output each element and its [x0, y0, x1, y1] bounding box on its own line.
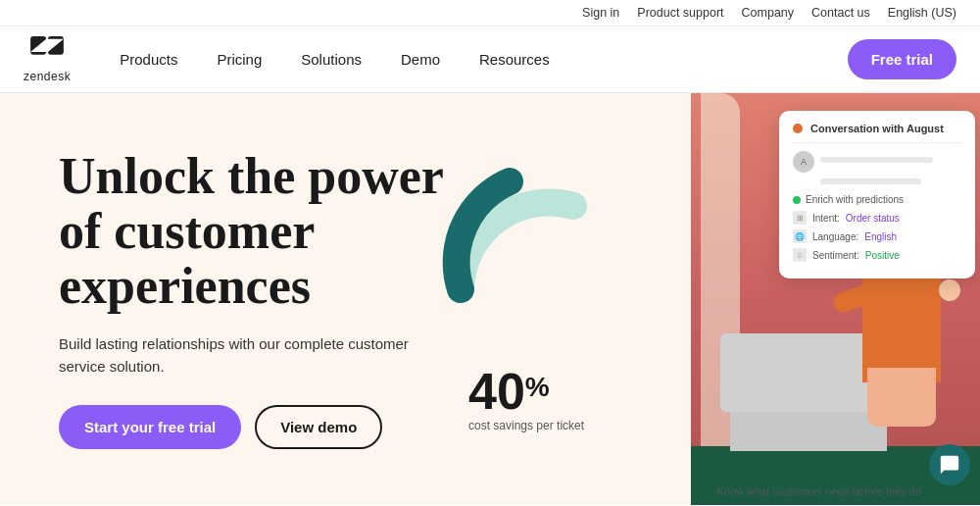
sentiment-key: Sentiment:	[812, 250, 859, 261]
nav-products[interactable]: Products	[102, 43, 195, 76]
language-icon: 🌐	[793, 229, 807, 243]
conv-line-1	[820, 157, 933, 163]
stat-label: cost savings per ticket	[468, 419, 584, 432]
conversation-card: Conversation with August A Enrich with p…	[779, 111, 975, 278]
enrich-row-intent: ⊞ Intent: Order status	[793, 211, 961, 225]
logo[interactable]: zendesk	[24, 36, 71, 83]
language-key: Language:	[812, 231, 858, 242]
intent-key: Intent:	[812, 213, 840, 224]
chat-icon	[939, 454, 960, 476]
contact-us-link[interactable]: Contact us	[811, 6, 870, 20]
sign-in-link[interactable]: Sign in	[582, 6, 619, 20]
intent-value: Order status	[846, 213, 900, 224]
conv-avatar: A	[793, 151, 814, 173]
hero-visual: 40% cost savings per ticket	[461, 93, 980, 505]
hero-caption: Know what customers need before they do	[716, 485, 921, 497]
conv-title: Conversation with August	[810, 123, 944, 134]
utility-bar: Sign in Product support Company Contact …	[0, 0, 980, 26]
language-selector[interactable]: English (US)	[888, 6, 956, 20]
conv-header: Conversation with August	[793, 123, 961, 143]
hero-content: Unlock the power of customer experiences…	[0, 93, 490, 505]
main-navigation: zendesk Products Pricing Solutions Demo …	[0, 26, 980, 93]
stat-card: 40% cost savings per ticket	[451, 352, 602, 446]
enrich-row-language: 🌐 Language: English	[793, 229, 961, 243]
hero-section: Unlock the power of customer experiences…	[0, 93, 980, 505]
zendesk-logo-icon	[29, 36, 65, 68]
enrich-title: Enrich with predictions	[793, 194, 961, 205]
logo-wordmark: zendesk	[24, 70, 71, 83]
enrich-row-sentiment: ☺ Sentiment: Positive	[793, 248, 961, 262]
sentiment-icon: ☺	[793, 248, 807, 262]
nav-solutions[interactable]: Solutions	[283, 43, 379, 76]
nav-demo[interactable]: Demo	[383, 43, 458, 76]
sentiment-value: Positive	[865, 250, 900, 261]
enrich-active-dot	[793, 196, 801, 204]
conv-status-dot	[793, 124, 803, 133]
conv-line-2	[820, 178, 921, 184]
stat-arc	[431, 152, 588, 309]
free-trial-nav-button[interactable]: Free trial	[848, 39, 956, 79]
nav-links: Products Pricing Solutions Demo Resource…	[102, 43, 847, 76]
enrich-label: Enrich with predictions	[806, 194, 904, 205]
hero-subtext: Build lasting relationships with our com…	[59, 333, 431, 378]
nav-pricing[interactable]: Pricing	[199, 43, 279, 76]
intent-icon: ⊞	[793, 211, 807, 225]
company-link[interactable]: Company	[742, 6, 795, 20]
hero-headline: Unlock the power of customer experiences	[59, 149, 490, 314]
hero-buttons: Start your free trial View demo	[59, 405, 490, 449]
product-support-link[interactable]: Product support	[637, 6, 723, 20]
language-value: English	[864, 231, 897, 242]
view-demo-button[interactable]: View demo	[255, 405, 382, 449]
chat-widget-button[interactable]	[929, 444, 970, 485]
stat-percent-symbol: %	[525, 374, 550, 401]
start-trial-button[interactable]: Start your free trial	[59, 405, 241, 449]
stat-number: 40%	[468, 366, 584, 417]
nav-resources[interactable]: Resources	[462, 43, 567, 76]
stat-value: 40	[468, 366, 525, 417]
conv-message-lines: A	[793, 151, 961, 184]
enrich-section: Enrich with predictions ⊞ Intent: Order …	[793, 194, 961, 262]
